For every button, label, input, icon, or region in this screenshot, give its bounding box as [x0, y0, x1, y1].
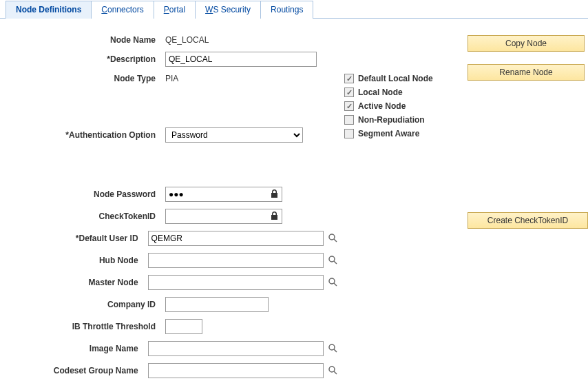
input-check-token-id[interactable] — [165, 209, 282, 224]
label-company-id: Company ID — [14, 300, 165, 309]
checkbox-icon — [344, 87, 354, 97]
input-description[interactable] — [165, 52, 317, 67]
lookup-icon[interactable] — [328, 343, 337, 355]
tab-routings[interactable]: Routings — [260, 1, 313, 19]
label-node-password: Node Password — [14, 189, 165, 199]
lookup-icon[interactable] — [328, 233, 337, 245]
tab-portal[interactable]: Portal — [154, 1, 196, 19]
label-node-type: Node Type — [14, 74, 165, 83]
input-ib-throttle[interactable] — [165, 319, 202, 334]
svg-line-1 — [334, 239, 337, 242]
label-check-token-id: CheckTokenID — [14, 212, 165, 221]
input-company-id[interactable] — [165, 297, 269, 312]
label-image-name: Image Name — [14, 344, 148, 353]
input-master-node[interactable] — [148, 275, 324, 290]
svg-point-8 — [329, 367, 335, 372]
label-auth-option: *Authentication Option — [14, 130, 165, 140]
svg-point-2 — [329, 256, 335, 262]
svg-point-0 — [329, 234, 335, 240]
lookup-icon[interactable] — [328, 277, 337, 289]
tab-node-definitions[interactable]: Node Definitions — [6, 1, 92, 19]
check-non-repudiation[interactable]: Non-Repudiation — [344, 115, 465, 125]
label-description: *Description — [14, 54, 165, 64]
value-node-name: QE_LOCAL — [165, 35, 209, 45]
input-image-name[interactable] — [148, 341, 324, 356]
svg-line-9 — [334, 371, 337, 374]
create-check-token-button[interactable]: Create CheckTokenID — [468, 212, 588, 229]
svg-line-5 — [334, 283, 337, 286]
value-node-type: PIA — [165, 74, 178, 83]
label-ib-throttle: IB Throttle Threshold — [14, 322, 165, 331]
input-hub-node[interactable] — [148, 253, 324, 268]
input-codeset-group[interactable] — [148, 363, 324, 378]
tab-connectors[interactable]: Connectors — [91, 1, 154, 19]
input-default-user-id[interactable] — [148, 231, 324, 246]
checkbox-icon — [344, 115, 354, 125]
check-default-local-node: Default Local Node — [344, 74, 465, 83]
lookup-icon[interactable] — [328, 255, 337, 267]
tab-ws-security[interactable]: WS Security — [195, 1, 261, 19]
label-default-user-id: *Default User ID — [14, 234, 148, 243]
svg-line-3 — [334, 261, 337, 264]
label-master-node: Master Node — [14, 278, 148, 287]
checkbox-icon — [344, 101, 354, 111]
check-local-node: Local Node — [344, 87, 465, 97]
label-node-name: Node Name — [14, 35, 165, 45]
rename-node-button[interactable]: Rename Node — [468, 64, 585, 81]
check-active-node: Active Node — [344, 101, 465, 111]
input-node-password[interactable] — [165, 187, 282, 202]
svg-point-4 — [329, 278, 335, 284]
select-auth-option[interactable]: Password — [165, 127, 303, 143]
checkbox-icon — [344, 74, 354, 83]
label-hub-node: Hub Node — [14, 256, 148, 265]
checkbox-icon — [344, 129, 354, 138]
lookup-icon[interactable] — [328, 365, 337, 377]
svg-point-6 — [329, 344, 335, 350]
check-segment-aware[interactable]: Segment Aware — [344, 129, 465, 138]
copy-node-button[interactable]: Copy Node — [468, 35, 585, 52]
tab-bar: Node Definitions Connectors Portal WS Se… — [0, 0, 588, 19]
svg-line-7 — [334, 349, 337, 352]
label-codeset-group: Codeset Group Name — [14, 366, 148, 375]
